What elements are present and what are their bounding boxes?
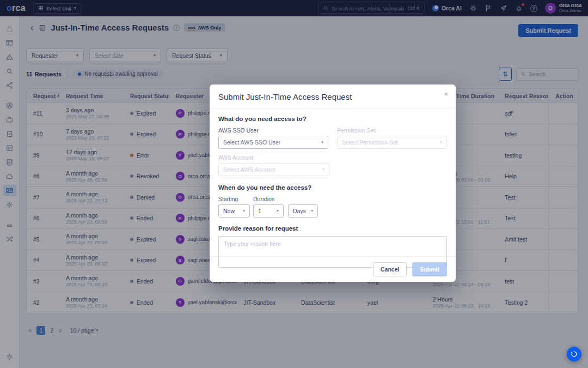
submit-request-modal: Submit Just-In-Time Access Request × Wha… <box>210 85 456 282</box>
section-when-heading: When do you need the access? <box>218 184 447 191</box>
sso-user-value: Select AWS SSO User <box>223 139 280 146</box>
starting-select[interactable]: Now ▾ <box>218 204 250 218</box>
chevron-down-icon: ▾ <box>311 209 313 213</box>
permission-set-label: Permission Set <box>337 127 447 134</box>
permission-set-select[interactable]: Select Permission Set ▾ <box>337 136 447 149</box>
duration-value: 1 <box>258 208 261 214</box>
submit-button[interactable]: Submit <box>412 262 447 276</box>
section-reason-heading: Provide reason for request <box>218 225 447 232</box>
chevron-down-icon: ▾ <box>321 140 323 144</box>
chevron-down-icon: ▾ <box>440 140 442 144</box>
chevron-down-icon: ▾ <box>277 209 279 213</box>
aws-account-value: Select AWS Account <box>223 166 275 173</box>
ai-swirl-icon <box>570 350 578 358</box>
sso-user-label: AWS SSO User <box>218 127 328 134</box>
cancel-button[interactable]: Cancel <box>373 262 407 276</box>
modal-footer: Cancel Submit <box>210 256 456 282</box>
duration-unit-select[interactable]: Days ▾ <box>288 204 318 218</box>
chevron-down-icon: ▾ <box>322 167 324 172</box>
aws-account-select[interactable]: Select AWS Account ▾ <box>218 163 329 176</box>
duration-label: Duration <box>253 196 318 202</box>
sso-user-select[interactable]: Select AWS SSO User ▾ <box>218 136 328 149</box>
duration-value-select[interactable]: 1 ▾ <box>253 204 284 218</box>
starting-value: Now <box>223 208 235 214</box>
duration-unit-value: Days <box>293 208 306 214</box>
aws-account-label: AWS Account <box>218 154 329 161</box>
section-access-heading: What do you need access to? <box>218 116 447 122</box>
modal-title: Submit Just-In-Time Access Request <box>210 85 456 108</box>
starting-label: Starting <box>218 196 250 202</box>
ai-assistant-fab[interactable] <box>567 347 581 361</box>
modal-body: What do you need access to? AWS SSO User… <box>210 108 456 270</box>
chevron-down-icon: ▾ <box>243 209 245 213</box>
permission-set-value: Select Permission Set <box>342 139 398 146</box>
close-icon[interactable]: × <box>444 91 448 98</box>
app-root: orca Select Unit ▾ Ctrl K Orca AI <box>0 0 588 368</box>
